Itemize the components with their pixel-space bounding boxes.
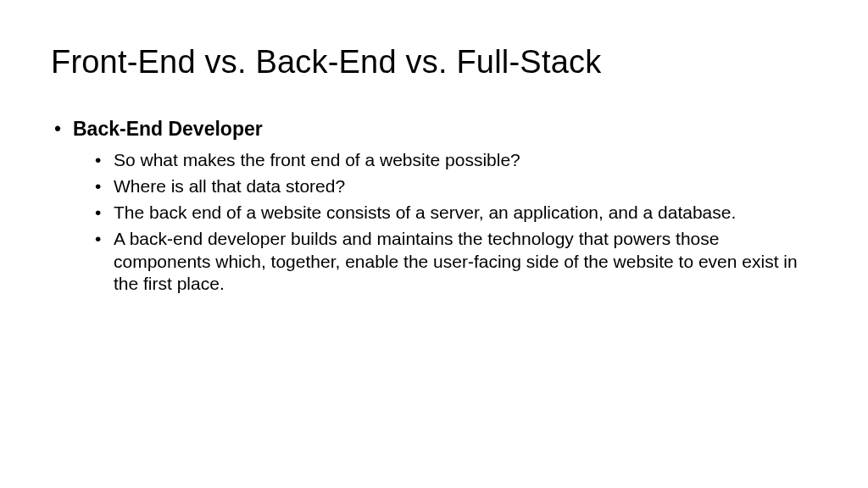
bullet-item: Where is all that data stored?	[95, 175, 817, 198]
content-list: Back-End Developer So what makes the fro…	[51, 118, 817, 296]
bullet-list: So what makes the front end of a website…	[73, 149, 817, 296]
slide-title: Front-End vs. Back-End vs. Full-Stack	[51, 44, 817, 80]
bullet-item: The back end of a website consists of a …	[95, 202, 817, 225]
section-heading-item: Back-End Developer So what makes the fro…	[53, 118, 817, 296]
bullet-item: So what makes the front end of a website…	[95, 149, 817, 172]
section-heading: Back-End Developer	[73, 118, 263, 140]
bullet-item: A back-end developer builds and maintain…	[95, 228, 817, 297]
